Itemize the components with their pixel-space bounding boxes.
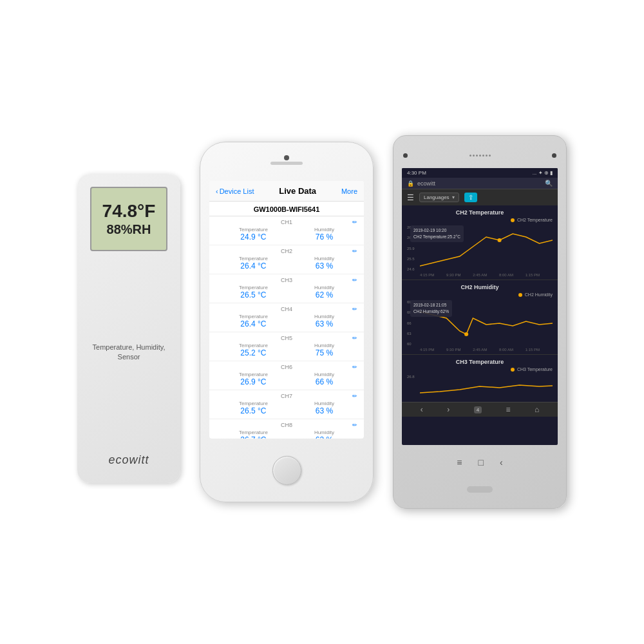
chart-ch2-temp: CH2 Temperature CH2 Temperature 2019-02-… (402, 205, 558, 280)
hum-value: 63 % (316, 319, 333, 328)
app-header: ‹ Device List Live Data More (209, 181, 364, 202)
app-more-button[interactable]: More (341, 187, 357, 195)
temp-label: Temperature (239, 343, 268, 348)
channel-data: Temperature 25.2 °C Humidity 75 % (216, 343, 357, 357)
android-camera-2 (552, 153, 556, 158)
hum-label: Humidity (314, 256, 334, 261)
channel-hum: Humidity 63 % (314, 256, 334, 270)
channel-data: Temperature 24.9 °C Humidity 76 % (216, 227, 357, 242)
chart-tooltip-hum: 2019-02-18 21:05CH2 Humidity:62% (410, 300, 452, 317)
channel-hum: Humidity 76 % (314, 227, 334, 242)
channel-edit-icon[interactable]: ✏ (352, 393, 357, 399)
android-recents-icon[interactable]: ‹ (500, 457, 503, 468)
hamburger-icon[interactable]: ☰ (407, 193, 414, 202)
channel-row-ch5: CH5 ✏ Temperature 25.2 °C Humidity 75 % (209, 332, 364, 361)
channel-edit-icon[interactable]: ✏ (352, 422, 357, 428)
address-bar[interactable]: 🔒 ecowitt 🔍 (402, 178, 558, 189)
iphone: ‹ Device List Live Data More GW1000B-WIF… (200, 142, 374, 502)
hum-value: 76 % (316, 232, 333, 242)
svg-point-1 (464, 332, 468, 336)
channel-temp: Temperature 26.5 °C (239, 285, 268, 299)
channel-row-ch3: CH3 ✏ Temperature 26.5 °C Humidity 62 % (209, 274, 364, 303)
android-camera (403, 153, 408, 158)
browser-nav-bar: ‹ › 4 ≡ ⌂ (402, 402, 558, 417)
hum-value: 63 % (316, 435, 333, 439)
temp-value: 26.4 °C (240, 261, 266, 270)
channel-data: Temperature 26.5 °C Humidity 63 % (216, 401, 357, 415)
speaker-dot-1 (469, 155, 471, 156)
hum-label: Humidity (314, 401, 334, 406)
speaker-dot-6 (486, 155, 488, 156)
channel-label: CH7 ✏ (216, 393, 357, 399)
home-nav-icon[interactable]: ⌂ (535, 405, 539, 414)
speaker-dot-2 (473, 155, 475, 156)
channel-edit-icon[interactable]: ✏ (352, 335, 357, 341)
temp-value: 26.5 °C (240, 290, 266, 299)
channel-data: Temperature 26.7 °C Humidity 63 % (216, 430, 357, 439)
android-back-icon[interactable]: ≡ (457, 457, 462, 468)
sensor-display: 74.8°F 88%RH (90, 187, 167, 251)
temp-value: 25.2 °C (240, 348, 266, 357)
channel-edit-icon[interactable]: ✏ (352, 364, 357, 370)
channel-edit-icon[interactable]: ✏ (352, 248, 357, 254)
web-toolbar: ☰ Languages ▾ ⇪ (402, 189, 558, 205)
hum-label: Humidity (314, 285, 334, 290)
chart-area-ch2-hum: 2019-02-18 21:05CH2 Humidity:62% 69 68 6… (407, 299, 553, 347)
iphone-top (200, 142, 373, 181)
hum-label: Humidity (314, 372, 334, 377)
temp-value: 26.5 °C (240, 406, 266, 415)
channel-data: Temperature 26.9 °C Humidity 66 % (216, 372, 357, 386)
channel-row-ch8: CH8 ✏ Temperature 26.7 °C Humidity 63 % (209, 419, 364, 439)
channel-temp: Temperature 26.4 °C (239, 256, 268, 270)
hum-value: 66 % (316, 377, 333, 386)
channel-label: CH6 ✏ (216, 364, 357, 370)
sensor-brand: ecowitt (108, 453, 149, 467)
channel-temp: Temperature 26.7 °C (239, 430, 268, 439)
channel-temp: Temperature 26.9 °C (239, 372, 268, 386)
channel-edit-icon[interactable]: ✏ (352, 277, 357, 283)
channel-hum: Humidity 75 % (314, 343, 334, 357)
channel-hum: Humidity 63 % (314, 401, 334, 415)
x-axis-ch2-hum: 4:15 PM 9:30 PM 2:45 AM 8:00 AM 1:15 PM (407, 348, 553, 352)
channel-label: CH4 ✏ (216, 306, 357, 312)
dropdown-arrow-icon[interactable]: ▾ (452, 194, 455, 200)
app-back-button[interactable]: ‹ Device List (216, 187, 254, 195)
channel-row-ch6: CH6 ✏ Temperature 26.9 °C Humidity 66 % (209, 361, 364, 390)
chart-ch2-hum: CH2 Humidity CH2 Humidity 2019-02-18 21:… (402, 280, 558, 355)
channel-data: Temperature 26.4 °C Humidity 63 % (216, 314, 357, 328)
legend-dot-ch3 (511, 368, 515, 372)
iphone-home-area (272, 439, 301, 502)
legend-label: CH2 Temperature (517, 218, 553, 222)
status-icons: ... ✦ ⊕ ▮ (533, 170, 553, 176)
menu-nav-icon[interactable]: ≡ (506, 405, 511, 414)
iphone-home-button[interactable] (272, 456, 301, 485)
sensor-label: Temperature, Humidity,Sensor (93, 343, 166, 363)
android-home-button[interactable] (467, 486, 493, 493)
hum-value: 62 % (316, 290, 333, 299)
chart-ch2-temp-title: CH2 Temperature (407, 209, 553, 216)
search-icon[interactable]: 🔍 (545, 180, 553, 187)
channel-edit-icon[interactable]: ✏ (352, 219, 357, 225)
chevron-left-icon: ‹ (216, 187, 218, 195)
app-screen-title: Live Data (279, 186, 316, 196)
chart-legend: CH2 Temperature (407, 218, 553, 222)
channel-edit-icon[interactable]: ✏ (352, 306, 357, 312)
tab-count[interactable]: 4 (474, 406, 482, 413)
y-axis-ch3: 26.8 (407, 374, 415, 399)
back-nav-icon[interactable]: ‹ (421, 405, 423, 414)
legend-label-hum: CH2 Humidity (525, 292, 553, 297)
chart-area-ch2-temp: 2019-02-19 10:20CH2 Temperature:25.2°C 2… (407, 224, 553, 272)
iphone-screen: ‹ Device List Live Data More GW1000B-WIF… (209, 181, 364, 439)
channel-data: Temperature 26.5 °C Humidity 62 % (216, 285, 357, 299)
chart-hum-legend: CH2 Humidity (407, 292, 553, 297)
android-phone: 4:30 PM ... ✦ ⊕ ▮ 🔒 ecowitt 🔍 ☰ Language… (393, 135, 567, 509)
share-button[interactable]: ⇪ (464, 193, 477, 202)
hum-value: 63 % (316, 406, 333, 415)
x-axis-ch2-temp: 4:15 PM 9:30 PM 2:45 AM 8:00 AM 1:15 PM (407, 273, 553, 277)
temp-label: Temperature (239, 372, 268, 377)
legend-dot (511, 218, 515, 222)
forward-nav-icon[interactable]: › (447, 405, 450, 414)
scene: 74.8°F 88%RH Temperature, Humidity,Senso… (0, 0, 644, 644)
android-home-icon[interactable]: □ (478, 457, 484, 468)
channel-temp: Temperature 26.4 °C (239, 314, 268, 328)
